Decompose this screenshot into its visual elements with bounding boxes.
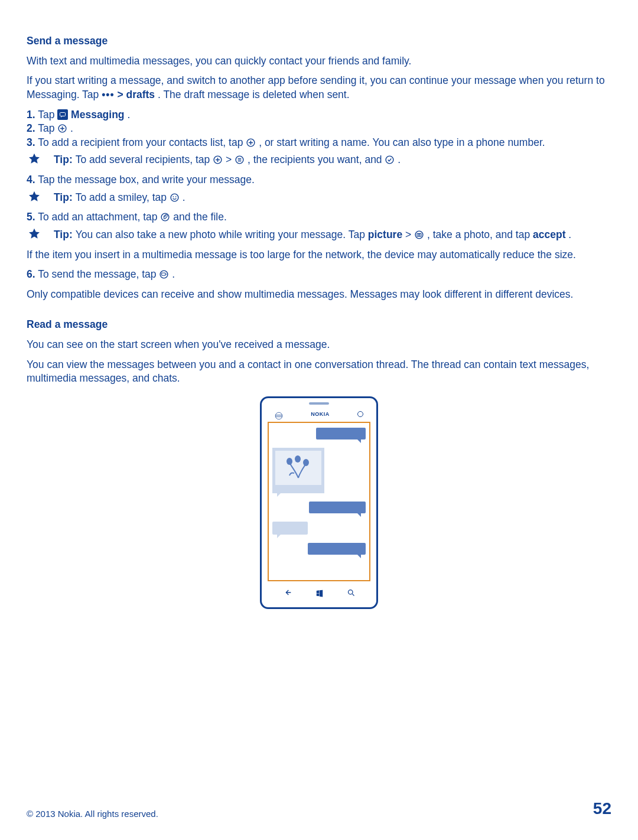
toolarge-paragraph: If the item you insert in a multimedia m…: [27, 248, 611, 262]
text: .: [172, 268, 175, 280]
text: .: [70, 122, 73, 134]
text: .: [127, 109, 130, 121]
step-number: 4.: [27, 174, 35, 185]
messaging-tile-icon: [57, 109, 68, 120]
plus-circle-icon: [213, 155, 223, 165]
text: To add an attachment, tap: [38, 211, 160, 223]
message-bubble-sent: [316, 428, 366, 439]
check-circle-icon: [385, 155, 395, 165]
heading-send-a-message: Send a message: [27, 34, 611, 48]
more-icon: •••: [102, 89, 114, 100]
flower-icon: [284, 454, 313, 481]
list-circle-icon: [235, 155, 245, 165]
text: .: [183, 191, 185, 203]
search-icon: [347, 587, 356, 601]
intro-paragraph: With text and multimedia messages, you c…: [27, 54, 611, 69]
text: To add several recipients, tap: [76, 154, 213, 165]
svg-point-12: [418, 234, 420, 236]
text: , or start writing a name. You can also …: [259, 136, 545, 148]
back-icon: [283, 587, 292, 601]
messaging-label: Messaging: [71, 109, 124, 121]
text: You can also take a new photo while writ…: [76, 229, 368, 240]
step-2: 2. Tap .: [27, 122, 611, 136]
svg-point-9: [162, 213, 170, 221]
step-number: 5.: [27, 211, 35, 223]
svg-point-7: [172, 196, 174, 197]
svg-point-10: [415, 231, 423, 239]
text: and the file.: [173, 211, 226, 223]
copyright: © 2013 Nokia. All rights reserved.: [27, 808, 158, 820]
svg-rect-0: [60, 112, 66, 116]
step-number: 2.: [27, 122, 35, 134]
page-number: 52: [593, 797, 611, 820]
tip-3: Tip: You can also take a new photo while…: [27, 228, 611, 242]
message-bubble-photo: [272, 448, 324, 493]
text: , take a photo, and tap: [427, 229, 533, 240]
attach-circle-icon: [160, 212, 170, 222]
message-bubble-sent: [309, 502, 366, 513]
text: >: [226, 154, 235, 165]
nokia-logo: NOKIA: [311, 411, 330, 418]
tip-2: Tip: To add a smiley, tap .: [27, 191, 611, 205]
svg-point-8: [175, 196, 177, 197]
text: Tap: [38, 122, 57, 134]
text: Tap the message box, and write your mess…: [38, 174, 255, 185]
camera-lens-icon: [357, 411, 363, 417]
heading-read-a-message: Read a message: [27, 318, 611, 332]
text: Tap: [38, 109, 57, 121]
tip-label: Tip:: [54, 191, 76, 203]
text: >: [117, 89, 126, 100]
text: To add a smiley, tap: [76, 191, 170, 203]
phone-illustration: NOKIA: [27, 396, 611, 609]
svg-point-6: [171, 194, 178, 201]
plus-circle-icon: [57, 123, 67, 134]
tip-1: Tip: To add several recipients, tap > , …: [27, 153, 611, 167]
phone-screen: [268, 422, 370, 581]
tip-label: Tip:: [54, 229, 76, 240]
step-1: 1. Tap Messaging .: [27, 108, 611, 122]
smiley-icon: [170, 193, 180, 203]
step-number: 6.: [27, 268, 35, 280]
step-number: 3.: [27, 136, 35, 148]
star-icon: [28, 152, 41, 165]
step-6: 6. To send the message, tap .: [27, 268, 611, 282]
svg-point-17: [303, 459, 309, 466]
svg-point-16: [287, 458, 292, 465]
step-5: 5. To add an attachment, tap and the fil…: [27, 210, 611, 224]
windows-icon: [315, 587, 324, 601]
step-4: 4. Tap the message box, and write your m…: [27, 173, 611, 187]
step-3: 3. To add a recipient from your contacts…: [27, 136, 611, 150]
text: To add a recipient from your contacts li…: [38, 136, 246, 148]
tip-label: Tip:: [54, 154, 76, 165]
message-bubble-sent: [308, 543, 366, 555]
svg-point-18: [295, 455, 301, 463]
camera-circle-icon: [414, 230, 424, 240]
text: >: [405, 229, 414, 240]
text: . The draft message is deleted when sent…: [158, 89, 350, 100]
send-circle-icon: [159, 269, 169, 279]
picture-label: picture: [368, 229, 402, 240]
text: .: [568, 229, 571, 240]
read-p2: You can view the messages between you an…: [27, 358, 611, 386]
star-icon: [28, 190, 41, 203]
message-bubble-received: [272, 522, 308, 535]
read-p1: You can see on the start screen when you…: [27, 338, 611, 352]
text: To send the message, tap: [38, 268, 159, 280]
star-icon: [28, 227, 41, 240]
plus-circle-icon: [246, 138, 256, 148]
att-logo-icon: [275, 410, 283, 418]
compat-paragraph: Only compatible devices can receive and …: [27, 288, 611, 302]
accept-label: accept: [533, 229, 565, 240]
text: .: [398, 154, 401, 165]
draft-paragraph: If you start writing a message, and swit…: [27, 74, 611, 102]
svg-point-19: [348, 590, 353, 594]
drafts-label: drafts: [126, 89, 155, 100]
step-number: 1.: [27, 109, 35, 121]
svg-rect-14: [162, 273, 165, 275]
svg-point-5: [386, 156, 394, 164]
text: , the recipients you want, and: [248, 154, 385, 165]
